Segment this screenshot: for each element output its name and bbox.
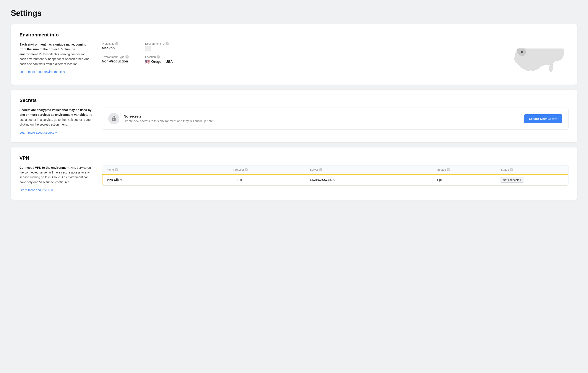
vpn-status-help-icon[interactable]: ? <box>510 168 513 171</box>
secrets-empty-text: No secrets Create new secrets to this en… <box>124 114 520 123</box>
vpn-external-link-icon: ⧉ <box>51 188 53 191</box>
vpn-routes-help-icon[interactable]: ? <box>447 168 450 171</box>
env-id-help-icon[interactable]: ? <box>166 42 169 45</box>
env-info-description-area: Each environment has a unique name, comi… <box>20 42 93 77</box>
vpn-name-help-icon[interactable]: ? <box>115 168 118 171</box>
map-container <box>508 42 568 77</box>
project-id-value: alecvpn <box>102 46 132 50</box>
lock-icon-circle <box>108 113 119 124</box>
location-label: Location ? <box>145 55 176 59</box>
secrets-empty-area: No secrets Create new secrets to this en… <box>102 108 568 134</box>
us-map <box>510 42 566 77</box>
vpn-server-help-icon[interactable]: ? <box>319 168 322 171</box>
env-info-learn-link[interactable]: Learn more about environments ⧉ <box>20 70 65 74</box>
env-row-type-location: Environment Type ? Non-Production Locati… <box>102 55 499 64</box>
env-info-description: Each environment has a unique name, comi… <box>20 42 93 66</box>
env-id-value: - <box>145 46 176 51</box>
secrets-description-area: Secrets are encrypted values that may be… <box>20 108 93 134</box>
lock-icon <box>111 116 116 121</box>
secrets-card: Secrets Secrets are encrypted values tha… <box>11 90 577 142</box>
not-connected-badge: Not connected <box>500 177 524 183</box>
project-id-help-icon[interactable]: ? <box>115 42 118 45</box>
vpn-col-name-header: Name ? <box>106 168 232 171</box>
vpn-table-area: Name ? Protocol ? Server ? Routes ? <box>102 165 568 192</box>
vpn-description-bold: Connect a VPN to the environment. <box>20 166 70 169</box>
vpn-row-name: VPN Client <box>107 178 234 182</box>
environment-info-card: Environment info Each environment has a … <box>11 24 577 85</box>
no-secrets-sub: Create new secrets to this environment a… <box>124 119 520 123</box>
location-value: 🇺🇸 Oregon, USA <box>145 59 176 64</box>
no-secrets-title: No secrets <box>124 114 520 118</box>
secrets-title: Secrets <box>20 98 568 103</box>
external-link-icon: ⧉ <box>63 70 65 73</box>
location-help-icon[interactable]: ? <box>157 55 160 59</box>
vpn-col-server-header: Server ? <box>310 168 436 171</box>
vpn-row-server: 18.216.252.72:500 <box>310 178 437 182</box>
vpn-table-row[interactable]: VPN Client IPSec 18.216.252.72:500 1 por… <box>102 174 568 186</box>
vpn-protocol-help-icon[interactable]: ? <box>245 168 248 171</box>
secrets-external-link-icon: ⧉ <box>55 131 57 134</box>
us-flag-icon: 🇺🇸 <box>145 59 150 64</box>
create-new-secret-button[interactable]: Create New Secret <box>524 114 562 123</box>
vpn-col-status-header: Status ? <box>501 168 564 171</box>
env-info-title: Environment info <box>20 32 568 38</box>
vpn-row-routes: 1 port <box>437 178 500 182</box>
secrets-learn-link[interactable]: Learn more about secrets ⧉ <box>20 131 57 134</box>
env-id-label: Environment ID ? <box>145 42 176 45</box>
secrets-empty-box: No secrets Create new secrets to this en… <box>102 108 568 130</box>
vpn-row-server-rest: :500 <box>329 178 335 182</box>
vpn-col-protocol-header: Protocol ? <box>233 168 309 171</box>
page-title: Settings <box>11 9 577 18</box>
vpn-table: Name ? Protocol ? Server ? Routes ? <box>102 165 568 186</box>
vpn-row-protocol: IPSec <box>234 178 310 182</box>
vpn-card: VPN Connect a VPN to the environment. An… <box>11 147 577 200</box>
vpn-col-routes-header: Routes ? <box>437 168 500 171</box>
env-row-ids: Project ID ? alecvpn Environment ID ? - <box>102 42 499 51</box>
secrets-description-bold: Secrets are encrypted values that may be… <box>20 108 91 116</box>
project-id-label: Project ID ? <box>102 42 132 45</box>
vpn-row-status: Not connected <box>500 178 564 182</box>
env-fields: Project ID ? alecvpn Environment ID ? - <box>102 42 499 77</box>
secrets-description: Secrets are encrypted values that may be… <box>20 108 93 127</box>
env-type-value: Non-Production <box>102 59 132 63</box>
vpn-table-header: Name ? Protocol ? Server ? Routes ? <box>102 165 568 174</box>
project-id-field: Project ID ? alecvpn <box>102 42 132 51</box>
env-id-field: Environment ID ? - <box>145 42 176 51</box>
vpn-description-area: Connect a VPN to the environment. Any se… <box>20 165 93 192</box>
location-field: Location ? 🇺🇸 Oregon, USA <box>145 55 176 64</box>
env-type-label: Environment Type ? <box>102 55 132 59</box>
env-type-field: Environment Type ? Non-Production <box>102 55 132 64</box>
vpn-row-server-bold: 18.216.252.72 <box>310 178 329 182</box>
vpn-learn-link[interactable]: Learn more about VPN ⧉ <box>20 188 53 192</box>
vpn-description: Connect a VPN to the environment. Any se… <box>20 165 93 185</box>
env-type-help-icon[interactable]: ? <box>126 55 129 59</box>
vpn-title: VPN <box>20 155 568 161</box>
env-id-badge: - <box>145 46 151 51</box>
